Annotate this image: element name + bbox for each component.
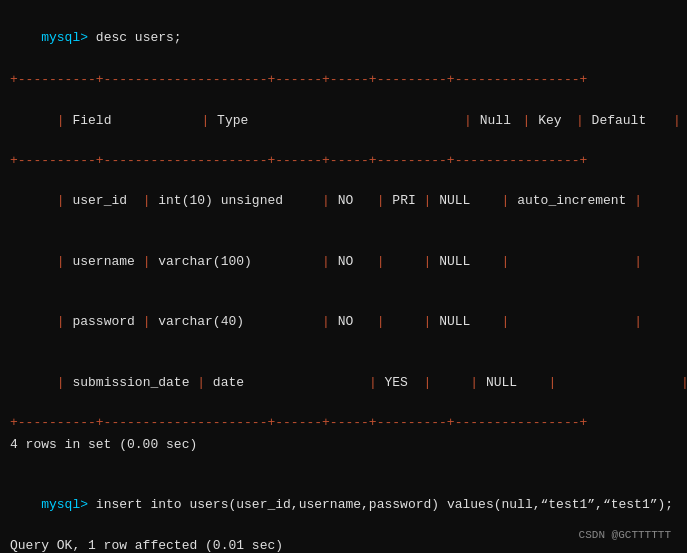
desc-row-subdate: | submission_date | date | YES | | NULL … <box>10 352 677 412</box>
insert1-result: Query OK, 1 row affected (0.01 sec) <box>10 536 677 553</box>
desc-border-top: +----------+---------------------+------… <box>10 70 677 90</box>
command-line-desc: mysql> desc users; <box>10 8 677 68</box>
desc-border-mid: +----------+---------------------+------… <box>10 151 677 171</box>
desc-row-userid: | user_id | int(10) unsigned | NO | PRI … <box>10 171 677 231</box>
command-line-insert1: mysql> insert into users(user_id,usernam… <box>10 475 677 535</box>
desc-result: 4 rows in set (0.00 sec) <box>10 435 677 455</box>
desc-table: +----------+---------------------+------… <box>10 70 677 433</box>
blank1 <box>10 455 677 475</box>
desc-row-username: | username | varchar(100) | NO | | NULL … <box>10 232 677 292</box>
sql-desc: desc users; <box>96 30 182 45</box>
terminal: mysql> desc users; +----------+---------… <box>10 8 677 545</box>
prompt2: mysql> <box>41 497 96 512</box>
prompt: mysql> <box>41 30 96 45</box>
sql-insert1: insert into users(user_id,username,passw… <box>96 497 673 512</box>
desc-header: | Field | Type | Null | Key | Default | … <box>10 91 677 151</box>
watermark: CSDN @GCTTTTTT <box>579 529 671 541</box>
desc-row-password: | password | varchar(40) | NO | | NULL |… <box>10 292 677 352</box>
desc-border-bot: +----------+---------------------+------… <box>10 413 677 433</box>
